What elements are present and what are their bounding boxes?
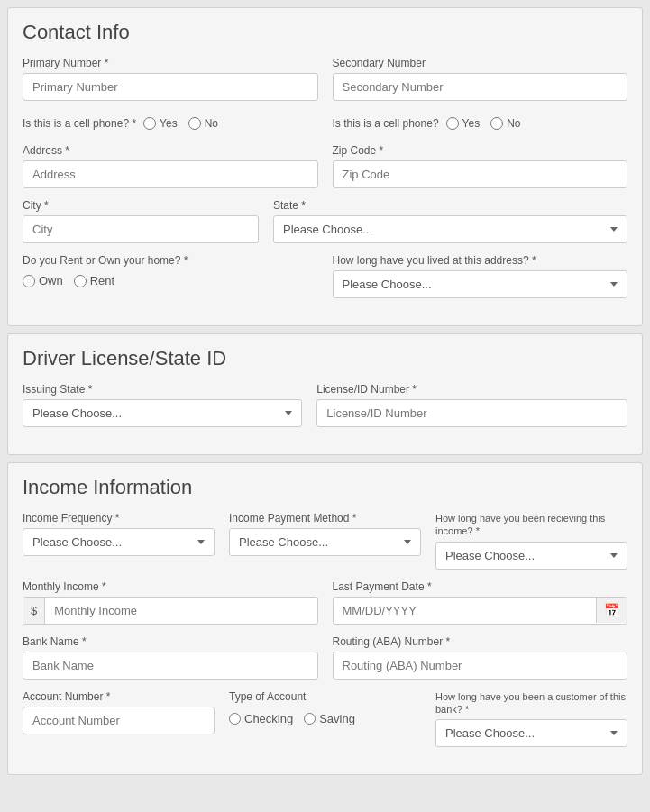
checking-label[interactable]: Checking bbox=[229, 712, 293, 725]
monthly-income-group: Monthly Income * $ bbox=[23, 580, 318, 625]
cell-phone-2-yes-radio[interactable] bbox=[446, 117, 459, 130]
calendar-icon[interactable]: 📅 bbox=[596, 598, 627, 623]
city-group: City * bbox=[23, 199, 259, 243]
primary-number-group: Primary Number * bbox=[23, 57, 318, 101]
cell-phone-row: Is this is a cell phone? * Yes No Is thi… bbox=[23, 112, 627, 133]
rent-own-radio-group: Own Rent bbox=[23, 270, 318, 291]
receiving-duration-group: How long have you been recieving this in… bbox=[435, 512, 627, 570]
primary-number-input[interactable] bbox=[23, 73, 318, 101]
bank-customer-duration-select[interactable]: Please Choose... bbox=[435, 719, 627, 747]
rent-radio[interactable] bbox=[74, 275, 87, 287]
income-frequency-select[interactable]: Please Choose... bbox=[23, 528, 215, 556]
rent-own-duration-row: Do you Rent or Own your home? * Own Rent… bbox=[23, 254, 627, 298]
license-number-input[interactable] bbox=[316, 399, 627, 427]
city-label: City * bbox=[23, 199, 259, 212]
address-label: Address * bbox=[23, 144, 318, 157]
state-label: State * bbox=[273, 199, 627, 212]
cell-phone-1-label: Is this is a cell phone? * bbox=[23, 117, 136, 130]
cell-phone-2-label: Is this is a cell phone? bbox=[333, 117, 439, 130]
bank-routing-row: Bank Name * Routing (ABA) Number * bbox=[23, 635, 627, 680]
city-state-row: City * State * Please Choose... bbox=[23, 199, 627, 243]
cell-phone-1-yes-radio[interactable] bbox=[143, 117, 156, 130]
income-frequency-group: Income Frequency * Please Choose... bbox=[23, 512, 215, 556]
cell-phone-1-radio-group: Yes No bbox=[143, 114, 218, 133]
date-wrapper: 📅 bbox=[333, 597, 628, 625]
address-input[interactable] bbox=[23, 160, 318, 188]
rent-label[interactable]: Rent bbox=[74, 274, 114, 287]
bank-name-label: Bank Name * bbox=[23, 635, 318, 648]
last-payment-date-group: Last Payment Date * 📅 bbox=[333, 580, 628, 625]
secondary-number-input[interactable] bbox=[333, 73, 628, 101]
account-type-group: Type of Account Checking Saving bbox=[229, 690, 421, 729]
account-number-group: Account Number * bbox=[23, 690, 215, 734]
lived-duration-select[interactable]: Please Choose... bbox=[333, 270, 628, 298]
income-info-section: Income Information Income Frequency * Pl… bbox=[7, 462, 643, 775]
cell-phone-1-radios: Is this is a cell phone? * Yes No bbox=[23, 112, 318, 133]
address-zip-row: Address * Zip Code * bbox=[23, 144, 627, 188]
zip-code-group: Zip Code * bbox=[333, 144, 628, 188]
contact-info-section: Contact Info Primary Number * Secondary … bbox=[7, 7, 643, 326]
receiving-duration-label: How long have you been recieving this in… bbox=[435, 512, 627, 538]
income-freq-method-duration-row: Income Frequency * Please Choose... Inco… bbox=[23, 512, 627, 570]
license-row: Issuing State * Please Choose... License… bbox=[23, 383, 627, 427]
account-type-label: Type of Account bbox=[229, 690, 421, 703]
address-group: Address * bbox=[23, 144, 318, 188]
issuing-state-label: Issuing State * bbox=[23, 383, 302, 396]
checking-radio[interactable] bbox=[229, 713, 241, 725]
income-info-title: Income Information bbox=[23, 476, 627, 499]
contact-info-title: Contact Info bbox=[23, 21, 627, 44]
cell-phone-1-no-label[interactable]: No bbox=[188, 117, 218, 130]
cell-phone-2-yes-label[interactable]: Yes bbox=[446, 117, 481, 130]
cell-phone-2-no-radio[interactable] bbox=[490, 117, 503, 130]
cell-phone-1-group: Is this is a cell phone? * Yes No bbox=[23, 112, 318, 133]
checking-saving-group: Checking Saving bbox=[229, 707, 421, 729]
zip-code-input[interactable] bbox=[333, 160, 628, 188]
driver-license-title: Driver License/State ID bbox=[23, 347, 627, 370]
cell-phone-1-yes-label[interactable]: Yes bbox=[143, 117, 178, 130]
income-date-row: Monthly Income * $ Last Payment Date * 📅 bbox=[23, 580, 627, 625]
rent-own-group: Do you Rent or Own your home? * Own Rent bbox=[23, 254, 318, 291]
account-number-label: Account Number * bbox=[23, 690, 215, 703]
issuing-state-group: Issuing State * Please Choose... bbox=[23, 383, 302, 427]
payment-method-label: Income Payment Method * bbox=[229, 512, 421, 525]
payment-method-group: Income Payment Method * Please Choose... bbox=[229, 512, 421, 556]
income-frequency-label: Income Frequency * bbox=[23, 512, 215, 525]
account-number-input[interactable] bbox=[23, 707, 215, 734]
issuing-state-select[interactable]: Please Choose... bbox=[23, 399, 302, 427]
primary-number-label: Primary Number * bbox=[23, 57, 318, 69]
routing-number-group: Routing (ABA) Number * bbox=[333, 635, 628, 680]
bank-name-input[interactable] bbox=[23, 652, 318, 680]
rent-own-label: Do you Rent or Own your home? * bbox=[23, 254, 318, 267]
account-type-duration-row: Account Number * Type of Account Checkin… bbox=[23, 690, 627, 748]
cell-phone-2-radios: Is this is a cell phone? Yes No bbox=[333, 112, 628, 133]
bank-name-group: Bank Name * bbox=[23, 635, 318, 680]
payment-method-select[interactable]: Please Choose... bbox=[229, 528, 421, 556]
zip-code-label: Zip Code * bbox=[333, 144, 628, 157]
bank-customer-duration-label: How long have you been a customer of thi… bbox=[435, 690, 627, 716]
state-group: State * Please Choose... bbox=[273, 199, 627, 243]
receiving-duration-select[interactable]: Please Choose... bbox=[435, 542, 627, 570]
routing-number-input[interactable] bbox=[333, 652, 628, 680]
own-radio[interactable] bbox=[23, 275, 35, 287]
lived-duration-label: How long have you lived at this address?… bbox=[333, 254, 628, 267]
secondary-number-label: Secondary Number bbox=[333, 57, 628, 69]
secondary-number-group: Secondary Number bbox=[333, 57, 628, 101]
cell-phone-2-radio-group: Yes No bbox=[446, 114, 521, 133]
currency-symbol: $ bbox=[23, 598, 45, 624]
own-label[interactable]: Own bbox=[23, 274, 63, 287]
license-number-group: License/ID Number * bbox=[316, 383, 627, 427]
city-input[interactable] bbox=[23, 215, 259, 243]
license-number-label: License/ID Number * bbox=[316, 383, 627, 396]
cell-phone-1-no-radio[interactable] bbox=[188, 117, 201, 130]
cell-phone-2-no-label[interactable]: No bbox=[490, 117, 520, 130]
lived-duration-group: How long have you lived at this address?… bbox=[333, 254, 628, 298]
last-payment-date-input[interactable] bbox=[334, 598, 597, 624]
driver-license-section: Driver License/State ID Issuing State * … bbox=[7, 333, 643, 455]
routing-number-label: Routing (ABA) Number * bbox=[333, 635, 628, 648]
last-payment-date-label: Last Payment Date * bbox=[333, 580, 628, 593]
cell-phone-2-group: Is this is a cell phone? Yes No bbox=[333, 112, 628, 133]
saving-label[interactable]: Saving bbox=[304, 712, 355, 725]
saving-radio[interactable] bbox=[304, 713, 316, 725]
monthly-income-input[interactable] bbox=[45, 598, 316, 624]
state-select[interactable]: Please Choose... bbox=[273, 215, 627, 243]
